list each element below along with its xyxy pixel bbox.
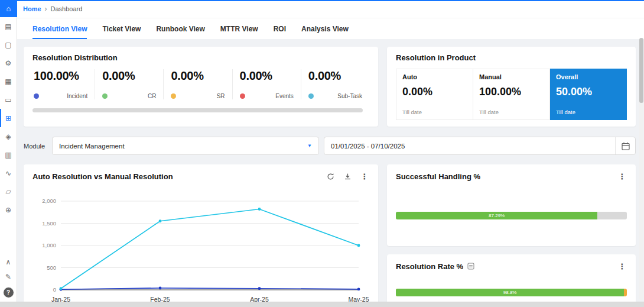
content-area: Resolution Distribution 100.00% Incident… (17, 39, 644, 307)
sidebar-item-tickets[interactable]: ▤ (0, 17, 17, 35)
incident-dot-icon (34, 93, 39, 99)
stat-events: 0.00% Events (233, 69, 301, 99)
sidebar-edit-button[interactable]: ✎ (0, 273, 17, 281)
logo-icon: ⌂ (6, 4, 11, 13)
sidebar-collapse-button[interactable]: ∧ (0, 258, 17, 266)
product-box-manual: Manual 100.00% Till date (473, 69, 550, 120)
main-area: Home › Dashboard Resolution View Ticket … (17, 0, 644, 307)
chart-point-marker (159, 287, 162, 290)
auto-vs-manual-card: Auto Resolution vs Manual Resolution (24, 164, 378, 307)
refresh-icon (327, 173, 334, 180)
top-cards-row: Resolution Distribution 100.00% Incident… (24, 47, 636, 127)
resolution-in-product-title: Resolution in Product (396, 53, 627, 62)
successful-handling-progress-fill: 87.29% (396, 212, 597, 219)
vertical-scrollbar[interactable] (639, 38, 643, 300)
sidebar-item-archive[interactable]: ▥ (0, 146, 17, 164)
stat-events-meta: Events (240, 93, 294, 99)
manual-caption: Till date (479, 109, 544, 115)
resolution-rate-progress-fill: 98.8% (396, 289, 624, 296)
resolution-rate-progress-label: 98.8% (503, 290, 517, 295)
modules-icon: ▦ (5, 77, 11, 86)
calendar-button[interactable] (615, 137, 635, 154)
line-chart: 05001,0001,5002,000Jan-25Feb-25Apr-25May… (32, 189, 367, 307)
resolution-rate-menu-button[interactable]: ⋮ (617, 261, 627, 271)
successful-handling-menu-button[interactable]: ⋮ (617, 172, 627, 181)
tab-mttr-view[interactable]: MTTR View (220, 18, 258, 39)
date-range-input[interactable]: 01/01/2025 - 07/10/2025 (324, 137, 636, 155)
tools-icon: ⊕ (5, 206, 11, 214)
auto-vs-manual-header: Auto Resolution vs Manual Resolution (32, 172, 369, 181)
successful-handling-toolbar: ⋮ (617, 172, 627, 181)
sidebar-item-monitor[interactable]: ▭ (0, 91, 17, 109)
stat-sr-value: 0.00% (171, 69, 225, 83)
chart-series-line (61, 209, 359, 289)
product-box-auto: Auto 0.00% Till date (396, 69, 473, 120)
module-select[interactable]: Incident Management ▼ (52, 137, 319, 155)
chart-menu-button[interactable]: ⋮ (360, 172, 369, 181)
help-button[interactable]: ? (4, 287, 14, 298)
pencil-icon: ✎ (5, 273, 11, 281)
date-range-value: 01/01/2025 - 07/10/2025 (331, 143, 405, 150)
chart-point-marker (60, 287, 63, 290)
sidebar-item-reports[interactable]: ▱ (0, 182, 17, 201)
right-column: Successful Handling % ⋮ 87.29% (387, 164, 636, 307)
sidebar-item-dashboard[interactable]: ⊞ (0, 109, 17, 127)
sidebar-item-analytics[interactable]: ∿ (0, 164, 17, 182)
sidebar-item-modules[interactable]: ▦ (0, 72, 17, 91)
product-box-overall[interactable]: Overall 50.00% Till date (550, 69, 627, 120)
horizontal-scrollbar[interactable] (0, 302, 644, 307)
successful-handling-title: Successful Handling % (396, 172, 480, 181)
successful-handling-header: Successful Handling % ⋮ (396, 172, 627, 181)
resolution-distribution-title: Resolution Distribution (32, 53, 369, 62)
calendar-icon (622, 142, 630, 150)
overall-label: Overall (556, 73, 620, 80)
reports-icon: ▱ (5, 188, 11, 196)
product-boxes: Auto 0.00% Till date Manual 100.00% Till… (396, 69, 627, 120)
app-logo[interactable]: ⌂ (0, 0, 17, 17)
chart-point-marker (258, 208, 261, 211)
svg-text:2,000: 2,000 (42, 198, 56, 204)
sidebar: ⌂ ▤ ▢ ⚙ ▦ ▭ ⊞ ◈ ▥ ∿ ▱ ⊕ ∧ ✎ ? (0, 0, 17, 307)
auto-label: Auto (402, 73, 467, 80)
stat-incident-value: 100.00% (34, 69, 87, 83)
download-button[interactable] (343, 172, 352, 181)
svg-text:1,000: 1,000 (42, 242, 56, 248)
automation-icon: ◈ (5, 133, 11, 141)
stat-incident-label: Incident (67, 93, 87, 99)
chevron-down-icon: ▼ (307, 143, 312, 148)
stat-sr-meta: SR (171, 93, 225, 99)
resolution-distribution-card: Resolution Distribution 100.00% Incident… (24, 47, 378, 127)
sr-dot-icon (171, 93, 176, 99)
overall-value: 50.00% (556, 86, 620, 98)
app-window: ⌂ ▤ ▢ ⚙ ▦ ▭ ⊞ ◈ ▥ ∿ ▱ ⊕ ∧ ✎ ? Home › Das… (0, 0, 644, 307)
breadcrumb-home-link[interactable]: Home (23, 5, 41, 12)
svg-text:500: 500 (47, 264, 56, 271)
top-accent-line (0, 0, 644, 1)
vertical-scrollbar-thumb[interactable] (639, 38, 643, 103)
distribution-stats: 100.00% Incident 0.00% CR (32, 69, 369, 99)
archive-icon: ▥ (5, 151, 11, 159)
sidebar-item-automation[interactable]: ◈ (0, 127, 17, 146)
distribution-scrollbar-thumb[interactable] (32, 108, 363, 112)
resolution-rate-header: Resolution Rate % ⋮ (396, 261, 627, 271)
tab-runbook-view[interactable]: Runbook View (156, 18, 204, 39)
stat-incident: 100.00% Incident (32, 69, 95, 99)
svg-text:1,500: 1,500 (42, 220, 56, 227)
tab-roi[interactable]: ROI (274, 18, 286, 39)
subtask-dot-icon (308, 93, 314, 99)
analytics-icon: ∿ (5, 169, 11, 177)
tickets-icon: ▤ (5, 22, 11, 31)
resolution-rate-toolbar: ⋮ (617, 261, 627, 271)
tab-resolution-view[interactable]: Resolution View (32, 18, 87, 39)
module-select-value: Incident Management (59, 143, 125, 150)
sidebar-item-runbook[interactable]: ▢ (0, 35, 17, 54)
resolution-rate-info-button[interactable] (467, 263, 474, 270)
view-tabs: Resolution View Ticket View Runbook View… (17, 18, 644, 39)
refresh-button[interactable] (326, 172, 335, 181)
monitor-icon: ▭ (5, 96, 11, 104)
tab-ticket-view[interactable]: Ticket View (102, 18, 141, 39)
sidebar-item-tools[interactable]: ⊕ (0, 201, 17, 219)
integrations-icon: ⚙ (5, 59, 12, 67)
sidebar-item-integrations[interactable]: ⚙ (0, 54, 17, 72)
tab-analysis-view[interactable]: Analysis View (301, 18, 349, 39)
